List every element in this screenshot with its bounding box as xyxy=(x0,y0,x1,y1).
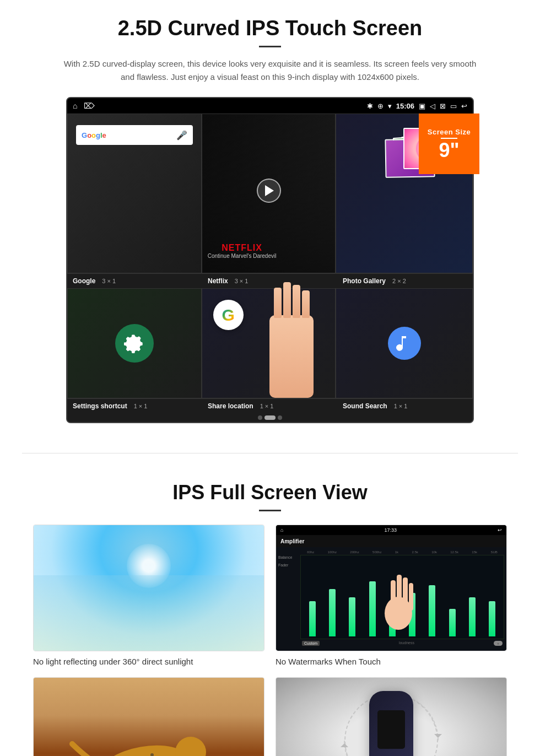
feature-caption-eq: No Watermarks When Touch xyxy=(276,657,507,666)
eq-body: Balance Fader 60hz 100hz 200hz 500hz 1k … xyxy=(276,547,506,650)
freq-sub: SUB xyxy=(490,550,497,554)
label-settings: Settings shortcut 1 × 1 xyxy=(73,402,208,410)
label-photo: Photo Gallery 2 × 2 xyxy=(343,277,467,285)
eq-sidebar: Balance Fader xyxy=(278,549,300,647)
cheetah-svg xyxy=(34,678,264,756)
section-divider xyxy=(22,453,518,453)
camera-icon: ▣ xyxy=(419,102,425,110)
car-view-bg xyxy=(276,678,506,756)
section1-title: 2.5D Curved IPS Touch Screen xyxy=(33,17,507,40)
app-cell-share: G xyxy=(202,288,336,398)
app-cell-netflix: NETFLIX Continue Marvel's Daredevil xyxy=(202,114,336,273)
hand-illustration xyxy=(242,260,341,398)
title-underline xyxy=(259,46,281,47)
eq-title: Amplifier xyxy=(280,538,304,544)
feature-image-cheetah xyxy=(33,677,264,756)
wifi-icon: ▾ xyxy=(388,102,392,110)
share-app-name: Share location xyxy=(208,402,253,410)
netflix-content: NETFLIX Continue Marvel's Daredevil xyxy=(202,114,336,273)
app-grid-bottom: G xyxy=(67,288,473,398)
app-labels-bottom: Settings shortcut 1 × 1 Share location 1… xyxy=(67,398,473,413)
eq-time: 17:33 xyxy=(384,527,397,533)
features-grid: No light reflecting under 360° direct su… xyxy=(33,525,507,756)
freq-2.5k: 2.5k xyxy=(412,550,418,554)
app-cell-google: Google 🎤 xyxy=(67,114,202,273)
dot-3 xyxy=(278,415,282,420)
badge-title: Screen Size xyxy=(428,128,471,136)
eq-bar-3 xyxy=(349,597,355,637)
eq-bars-container xyxy=(300,555,504,639)
badge-size: 9" xyxy=(439,141,459,160)
feature-image-sunlight xyxy=(33,525,264,651)
cheetah-bg xyxy=(34,678,264,756)
page-dots xyxy=(67,413,473,422)
label-sound: Sound Search 1 × 1 xyxy=(343,402,467,410)
eq-status-bar: ⌂ 17:33 ↩ xyxy=(276,525,506,535)
feature-image-eq: ⌂ 17:33 ↩ Amplifier Balance Fader xyxy=(276,525,507,651)
status-time: 15:06 xyxy=(396,102,414,110)
play-icon xyxy=(265,185,274,196)
section-curved-ips: 2.5D Curved IPS Touch Screen With 2.5D c… xyxy=(0,0,540,436)
eq-bar-9 xyxy=(469,597,476,637)
play-button xyxy=(257,179,281,203)
music-icon xyxy=(395,334,414,353)
feature-cheetah: Super Fast Response xyxy=(33,677,264,756)
netflix-app-name: Netflix xyxy=(208,277,228,285)
bluetooth-icon: ✱ xyxy=(367,102,373,110)
freq-15k: 15k xyxy=(472,550,477,554)
feature-caption-sunlight: No light reflecting under 360° direct su… xyxy=(33,657,264,666)
gear-icon-container xyxy=(115,324,154,363)
svg-point-7 xyxy=(175,737,206,756)
freq-10k: 10k xyxy=(431,550,437,554)
eq-bar-7 xyxy=(429,585,435,636)
status-left-icons: ⌂ ⌦ xyxy=(73,101,95,110)
mic-icon: 🎤 xyxy=(176,130,187,141)
car-body xyxy=(369,691,413,756)
feature-equalizer: ⌂ 17:33 ↩ Amplifier Balance Fader xyxy=(276,525,507,666)
svg-marker-18 xyxy=(434,734,442,738)
window-icon: ▭ xyxy=(450,102,457,110)
svg-rect-3 xyxy=(403,577,408,611)
home-icon: ⌂ xyxy=(73,101,77,110)
feature-sunlight: No light reflecting under 360° direct su… xyxy=(33,525,264,666)
dot-1 xyxy=(258,415,262,420)
app-grid-top: Google 🎤 NE xyxy=(67,114,473,273)
feature-car: Large Viewing Angle xyxy=(276,677,507,756)
settings-app-name: Settings shortcut xyxy=(73,402,127,410)
freq-100: 100hz xyxy=(328,550,337,554)
google-search-bar: Google 🎤 xyxy=(76,125,193,145)
close-icon: ⊠ xyxy=(440,102,446,110)
eq-bar-10 xyxy=(489,601,495,636)
google-logo: Google xyxy=(82,131,106,139)
google-app-size: 3 × 1 xyxy=(102,278,116,284)
eq-back-icon: ↩ xyxy=(498,527,502,533)
eq-bar-6 xyxy=(409,593,415,636)
freq-200: 200hz xyxy=(350,550,359,554)
section2-underline xyxy=(259,510,281,511)
sound-app-name: Sound Search xyxy=(343,402,387,410)
usb-icon: ⌦ xyxy=(84,101,95,110)
eq-header: Amplifier xyxy=(276,535,506,547)
finger1 xyxy=(274,288,282,318)
eq-loudness-label: loudness xyxy=(399,641,414,646)
label-google: Google 3 × 1 xyxy=(73,277,208,285)
feature-image-car xyxy=(276,677,507,756)
status-right-icons: ✱ ⊕ ▾ 15:06 ▣ ◁ ⊠ ▭ ↩ xyxy=(367,102,467,110)
volume-icon: ◁ xyxy=(430,102,435,110)
car-roof xyxy=(377,710,405,749)
hand-body xyxy=(269,315,314,398)
google-app-name: Google xyxy=(73,277,95,285)
sunlight-bg xyxy=(34,525,264,651)
eq-main: 60hz 100hz 200hz 500hz 1k 2.5k 10k 12.5k… xyxy=(300,549,504,647)
netflix-brand: NETFLIX xyxy=(208,243,277,253)
eq-balance-label: Balance xyxy=(278,554,300,561)
netflix-figure xyxy=(202,125,336,256)
section-ips: IPS Full Screen View No light reflecting… xyxy=(0,470,540,756)
eq-fader-label: Fader xyxy=(278,561,300,569)
sound-app-size: 1 × 1 xyxy=(394,403,408,409)
gear-svg xyxy=(123,332,145,354)
dot-2 xyxy=(264,415,276,420)
eq-bottom-controls: Custom loudness ● xyxy=(300,639,504,647)
eq-bar-5 xyxy=(389,605,396,636)
section1-description: With 2.5D curved-display screen, this de… xyxy=(63,57,477,84)
